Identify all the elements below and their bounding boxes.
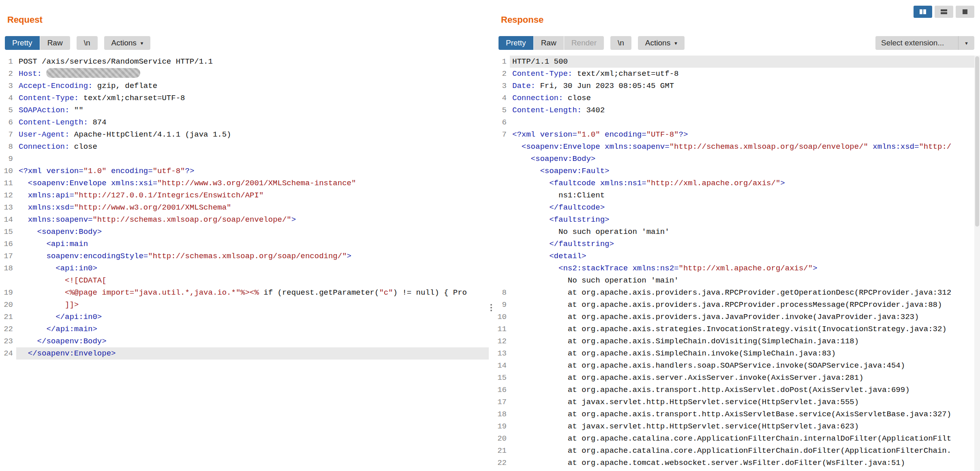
response-tab-render[interactable]: Render	[564, 36, 604, 50]
line-number: 15	[0, 226, 16, 238]
line-number: 14	[0, 214, 16, 226]
columns-layout-button[interactable]	[914, 6, 932, 18]
code-line: 1HTTP/1.1 500	[494, 56, 980, 68]
line-content: HTTP/1.1 500	[510, 56, 980, 68]
response-tab-newline[interactable]: \n	[610, 36, 631, 50]
line-number: 7	[0, 128, 16, 141]
line-content: </api:main>	[16, 323, 489, 335]
request-tab-raw[interactable]: Raw	[40, 36, 70, 50]
line-number: 3	[494, 80, 510, 92]
single-layout-icon	[961, 8, 969, 15]
response-panel: Response Pretty Raw Render \n Actions ▾ …	[494, 0, 980, 471]
code-line: 14 at org.apache.axis.handlers.soap.SOAP…	[494, 360, 980, 372]
editor-layout-toggle	[914, 6, 974, 18]
code-line: 18 at org.apache.axis.transport.http.Axi…	[494, 408, 980, 420]
code-line: <soapenv:Envelope xmlns:soapenv="http://…	[494, 141, 980, 153]
line-number: 22	[494, 457, 510, 469]
code-line: <faultcode xmlns:ns1="http://xml.apache.…	[494, 177, 980, 189]
code-line: 9 at org.apache.axis.providers.java.RPCP…	[494, 299, 980, 311]
line-number	[494, 189, 510, 201]
request-tab-pretty[interactable]: Pretty	[5, 36, 40, 50]
select-extension-dropdown[interactable]: Select extension... ▾	[875, 36, 974, 50]
request-tab-newline[interactable]: \n	[77, 36, 98, 50]
line-content	[16, 153, 489, 165]
line-content: Content-Type: text/xml;charset=utf-8	[510, 68, 980, 80]
response-tab-raw[interactable]: Raw	[534, 36, 564, 50]
line-content: at org.apache.axis.transport.http.AxisSe…	[510, 384, 980, 396]
line-content: at org.apache.axis.handlers.soap.SOAPSer…	[510, 360, 980, 372]
code-line: 19 at javax.servlet.http.HttpServlet.ser…	[494, 420, 980, 432]
response-editor[interactable]: 1HTTP/1.1 5002Content-Type: text/xml;cha…	[494, 56, 980, 471]
code-line: 4Connection: close	[494, 92, 980, 104]
code-line: 2Content-Type: text/xml;charset=utf-8	[494, 68, 980, 80]
line-content: <api:main	[16, 238, 489, 250]
line-number: 1	[494, 56, 510, 68]
panel-splitter[interactable]	[489, 0, 494, 471]
line-content: at org.apache.axis.providers.java.RPCPro…	[510, 299, 980, 311]
code-line: 17 soapenv:encodingStyle="http://schemas…	[0, 250, 489, 262]
line-number: 20	[0, 299, 16, 311]
code-line: 3Accept-Encoding: gzip, deflate	[0, 80, 489, 92]
response-scrollbar-thumb[interactable]	[975, 56, 979, 227]
request-editor[interactable]: 1POST /axis/services/RandomService HTTP/…	[0, 56, 489, 471]
line-number: 6	[494, 116, 510, 128]
code-line: 12 xmlns:api="http://127.0.0.1/Integrics…	[0, 189, 489, 201]
code-line: ns1:Client	[494, 189, 980, 201]
request-actions-button[interactable]: Actions ▾	[104, 36, 151, 50]
line-content: at org.apache.axis.server.AxisServer.inv…	[510, 372, 980, 384]
line-number	[494, 214, 510, 226]
code-line: 10<?xml version="1.0" encoding="utf-8"?>	[0, 165, 489, 177]
line-content: User-Agent: Apache-HttpClient/4.1.1 (jav…	[16, 128, 489, 141]
line-content: soapenv:encodingStyle="http://schemas.xm…	[16, 250, 489, 262]
line-content: xmlns:xsd="http://www.w3.org/2001/XMLSch…	[16, 201, 489, 214]
code-line: 7<?xml version="1.0" encoding="UTF-8"?>	[494, 128, 980, 141]
request-tabbar: Pretty Raw \n Actions ▾	[5, 36, 483, 50]
line-number: 7	[494, 128, 510, 141]
line-content: at org.apache.catalina.core.ApplicationF…	[510, 445, 980, 457]
code-line: 23 </soapenv:Body>	[0, 335, 489, 347]
rows-layout-icon	[939, 8, 948, 15]
response-view-segment: Pretty Raw Render	[499, 36, 604, 50]
rows-layout-button[interactable]	[935, 6, 953, 18]
code-line: 6Content-Length: 874	[0, 116, 489, 128]
code-line: 20 at org.apache.catalina.core.Applicati…	[494, 432, 980, 445]
code-line: <soapenv:Fault>	[494, 165, 980, 177]
code-line: 2Host:	[0, 68, 489, 80]
code-line: 4Content-Type: text/xml;charset=UTF-8	[0, 92, 489, 104]
line-number	[494, 238, 510, 250]
chevron-down-icon: ▾	[674, 40, 677, 46]
code-line: 5Content-Length: 3402	[494, 104, 980, 116]
line-content: No such operation 'main'	[510, 226, 980, 238]
line-content: xmlns:api="http://127.0.0.1/Integrics/En…	[16, 189, 489, 201]
line-content: <?xml version="1.0" encoding="utf-8"?>	[16, 165, 489, 177]
line-number	[494, 262, 510, 274]
line-number: 12	[0, 189, 16, 201]
columns-layout-icon	[918, 8, 927, 15]
line-content: ]]>	[16, 299, 489, 311]
response-tab-pretty[interactable]: Pretty	[499, 36, 533, 50]
line-number: 2	[494, 68, 510, 80]
line-content: Date: Fri, 30 Jun 2023 08:05:45 GMT	[510, 80, 980, 92]
code-line: 15 at org.apache.axis.server.AxisServer.…	[494, 372, 980, 384]
code-line: <detail>	[494, 250, 980, 262]
code-line: 6	[494, 116, 980, 128]
code-line: 13 at org.apache.axis.SimpleChain.invoke…	[494, 347, 980, 360]
code-line: 11 <soapenv:Envelope xmlns:xsi="http://w…	[0, 177, 489, 189]
line-content: Host:	[16, 68, 489, 80]
line-number	[494, 177, 510, 189]
line-number: 6	[0, 116, 16, 128]
line-number: 11	[494, 323, 510, 335]
redacted-host-value	[46, 68, 140, 78]
select-extension-label: Select extension...	[875, 36, 958, 50]
code-line: </faultcode>	[494, 201, 980, 214]
line-content: Content-Type: text/xml;charset=UTF-8	[16, 92, 489, 104]
line-content: </faultcode>	[510, 201, 980, 214]
line-content: <faultcode xmlns:ns1="http://xml.apache.…	[510, 177, 980, 189]
response-actions-button[interactable]: Actions ▾	[638, 36, 685, 50]
line-content: Content-Length: 874	[16, 116, 489, 128]
line-number: 8	[494, 287, 510, 299]
line-content: at org.apache.axis.SimpleChain.invoke(Si…	[510, 347, 980, 360]
line-number: 20	[494, 432, 510, 445]
response-scrollbar[interactable]	[974, 56, 980, 471]
single-layout-button[interactable]	[956, 6, 974, 18]
